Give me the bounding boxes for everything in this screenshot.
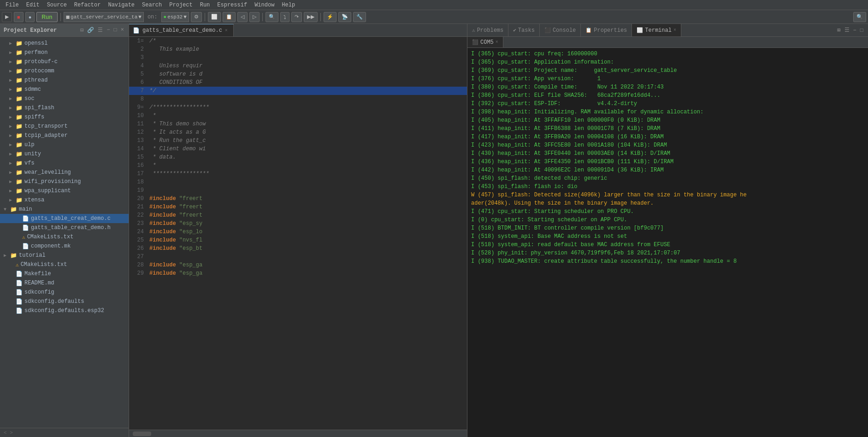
code-editor[interactable]: 1= /* 2 This example 3 4 Unless requir 5 bbox=[129, 37, 467, 430]
toolbar-files-btn[interactable]: 📋 bbox=[223, 12, 236, 22]
target-dropdown[interactable]: ● esp32 ▼ bbox=[161, 12, 189, 22]
toolbar-esp-full[interactable]: 🔧 bbox=[353, 12, 366, 22]
link-with-editor-icon[interactable]: 🔗 bbox=[86, 27, 95, 34]
tree-item-sdmmc[interactable]: ▶📁sdmmc bbox=[0, 85, 129, 94]
tab-file-icon: 📄 bbox=[133, 27, 140, 34]
tree-item-cmakelists-root[interactable]: ▶⚠CMakeLists.txt bbox=[0, 260, 129, 269]
terminal-icon: ⬜ bbox=[637, 27, 643, 33]
term-line-21: I (518) BTDM_INIT: BT controller compile… bbox=[471, 224, 864, 232]
tree-item-spi-flash[interactable]: ▶📁spi_flash bbox=[0, 103, 129, 112]
toolbar-build-btn[interactable]: ⬜ bbox=[208, 12, 221, 22]
terminal-new-icon[interactable]: ⊞ bbox=[836, 27, 841, 34]
toolbar-record-btn[interactable]: ● bbox=[25, 12, 35, 22]
toolbar-nav-fwd[interactable]: ▷ bbox=[249, 12, 260, 22]
tree-item-sdkconfig-defaults[interactable]: ▶📄sdkconfig.defaults bbox=[0, 297, 129, 306]
tree-item-gatts-h[interactable]: ▶📄gatts_table_creat_demo.h bbox=[0, 223, 129, 232]
code-line-27: 27 bbox=[129, 253, 467, 261]
menu-run[interactable]: Run bbox=[196, 1, 214, 9]
tree-item-gatts-c[interactable]: ▶📄gatts_table_creat_demo.c bbox=[0, 214, 129, 223]
tree-item-perfmon[interactable]: ▶📁perfmon bbox=[0, 48, 129, 57]
tree-item-protocomm[interactable]: ▶📁protocomm bbox=[0, 66, 129, 76]
com5-label: COM5 bbox=[480, 39, 494, 46]
tab-terminal[interactable]: ⬜ Terminal × bbox=[632, 24, 681, 36]
project-explorer-panel: Project Explorer ⊟ 🔗 ☰ − □ × ▶📁openssl ▶… bbox=[0, 24, 129, 437]
hscroll-thumb[interactable] bbox=[133, 431, 151, 436]
tree-item-vfs[interactable]: ▶📁vfs bbox=[0, 159, 129, 168]
tree-item-main[interactable]: ▼📁main bbox=[0, 205, 129, 214]
term-line-23: I (518) system_api: read default base MA… bbox=[471, 241, 864, 249]
minimize-panel-icon[interactable]: − bbox=[106, 27, 111, 34]
tree-item-sdkconfig[interactable]: ▶📄sdkconfig bbox=[0, 288, 129, 297]
tree-item-makefile[interactable]: ▶📄Makefile bbox=[0, 269, 129, 278]
term-line-3: I (369) cpu_start: Project name: gatt_se… bbox=[471, 66, 864, 75]
tree-item-cmakelists-main[interactable]: ▶⚠CMakeLists.txt bbox=[0, 232, 129, 242]
tab-close-btn[interactable]: × bbox=[225, 28, 228, 33]
code-line-29: 29 #include "esp_ga bbox=[129, 269, 467, 278]
config-dropdown[interactable]: ◼ gatt_server_service_ta ▼ bbox=[64, 12, 144, 22]
tree-item-unity[interactable]: ▶📁unity bbox=[0, 149, 129, 159]
run-button[interactable]: Run bbox=[36, 12, 57, 22]
close-panel-icon[interactable]: × bbox=[120, 27, 125, 34]
terminal-maximize-icon[interactable]: □ bbox=[859, 27, 864, 34]
tree-item-wear[interactable]: ▶📁wear_levelling bbox=[0, 168, 129, 177]
menu-file[interactable]: File bbox=[2, 1, 23, 9]
menu-window[interactable]: Window bbox=[251, 1, 278, 9]
toolbar-step-btn[interactable]: ⤵ bbox=[280, 12, 289, 22]
tree-item-xtensa[interactable]: ▶📁xtensa bbox=[0, 195, 129, 205]
terminal-tab-close[interactable]: × bbox=[673, 28, 676, 33]
tree-item-ulp[interactable]: ▶📁ulp bbox=[0, 140, 129, 149]
tab-problems[interactable]: ⚠ Problems bbox=[467, 24, 508, 36]
toolbar-stop-btn[interactable]: ■ bbox=[14, 12, 24, 22]
menu-project[interactable]: Project bbox=[165, 1, 196, 9]
terminal-com5-tab[interactable]: ⬛ COM5 × bbox=[467, 37, 503, 47]
tree-item-pthread[interactable]: ▶📁pthread bbox=[0, 76, 129, 85]
tab-console[interactable]: ⬛ Console bbox=[540, 24, 581, 36]
toolbar-play-btn[interactable]: ▶ bbox=[2, 12, 12, 22]
tab-properties[interactable]: 📋 Properties bbox=[581, 24, 632, 36]
tree-item-wifi-prov[interactable]: ▶📁wifi_provisioning bbox=[0, 177, 129, 186]
code-line-3: 3 bbox=[129, 53, 467, 62]
toolbar-resume-btn[interactable]: ▶▶ bbox=[304, 12, 318, 22]
tree-item-tcp-transport[interactable]: ▶📁tcp_transport bbox=[0, 122, 129, 131]
code-line-23: 23 #include "esp_sy bbox=[129, 219, 467, 228]
menu-search[interactable]: Search bbox=[138, 1, 165, 9]
tree-item-readme[interactable]: ▶📄README.md bbox=[0, 278, 129, 288]
tree-item-sdkconfig-esp32[interactable]: ▶📄sdkconfig.defaults.esp32 bbox=[0, 306, 129, 315]
maximize-panel-icon[interactable]: □ bbox=[113, 27, 118, 34]
com5-icon: ⬛ bbox=[472, 39, 478, 45]
collapse-all-icon[interactable]: ⊟ bbox=[79, 27, 84, 34]
tree-item-wpa[interactable]: ▶📁wpa_supplicant bbox=[0, 186, 129, 195]
main-layout: Project Explorer ⊟ 🔗 ☰ − □ × ▶📁openssl ▶… bbox=[0, 24, 868, 437]
code-line-4: 4 Unless requir bbox=[129, 62, 467, 70]
tree-item-protobuf[interactable]: ▶📁protobuf-c bbox=[0, 57, 129, 66]
tab-tasks[interactable]: ✔ Tasks bbox=[508, 24, 540, 36]
panel-menu-icon[interactable]: ☰ bbox=[97, 27, 104, 34]
bottom-tab-bar: ⚠ Problems ✔ Tasks ⬛ Console 📋 Propertie… bbox=[467, 24, 868, 37]
terminal-minimize-icon[interactable]: − bbox=[852, 27, 857, 34]
toolbar-nav-back[interactable]: ◁ bbox=[237, 12, 248, 22]
tree-item-tutorial[interactable]: ▶📁tutorial bbox=[0, 251, 129, 260]
tree-item-spiffs[interactable]: ▶📁spiffs bbox=[0, 112, 129, 122]
tab-gatts-c[interactable]: 📄 gatts_table_creat_demo.c × bbox=[129, 24, 234, 36]
toolbar-settings-btn[interactable]: ⚙ bbox=[191, 12, 202, 22]
editor-hscrollbar[interactable] bbox=[129, 430, 467, 437]
tree-item-tcpip[interactable]: ▶📁tcpip_adapter bbox=[0, 131, 129, 140]
toolbar-search-small[interactable]: 🔍 bbox=[853, 12, 866, 22]
menu-source[interactable]: Source bbox=[43, 1, 71, 9]
toolbar-esp-monitor[interactable]: 📡 bbox=[338, 12, 351, 22]
toolbar-esp-flash[interactable]: ⚡ bbox=[324, 12, 337, 22]
menu-espressif[interactable]: Espressif bbox=[213, 1, 251, 9]
toolbar-debug-btn[interactable]: 🔍 bbox=[266, 12, 278, 22]
menu-edit[interactable]: Edit bbox=[23, 1, 43, 9]
tree-item-openssl[interactable]: ▶📁openssl bbox=[0, 39, 129, 48]
menu-refactor[interactable]: Refactor bbox=[71, 1, 105, 9]
menu-navigate[interactable]: Navigate bbox=[104, 1, 138, 9]
code-lines: 1= /* 2 This example 3 4 Unless requir 5 bbox=[129, 37, 467, 430]
com5-close[interactable]: × bbox=[496, 40, 498, 45]
toolbar-step-over[interactable]: ↷ bbox=[291, 12, 302, 22]
menu-help[interactable]: Help bbox=[278, 1, 299, 9]
tree-item-component-mk[interactable]: ▶📄component.mk bbox=[0, 242, 129, 251]
tree-item-soc[interactable]: ▶📁soc bbox=[0, 94, 129, 103]
terminal-menu-icon[interactable]: ☰ bbox=[844, 27, 850, 34]
terminal-output[interactable]: I (365) cpu_start: cpu freq: 160000000 I… bbox=[467, 48, 868, 437]
